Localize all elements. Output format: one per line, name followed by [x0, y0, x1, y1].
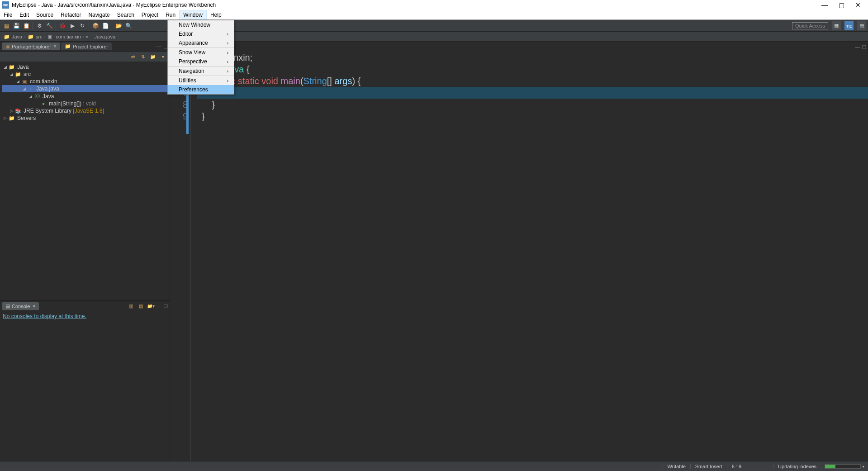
search-icon[interactable]: 🔍 [124, 21, 133, 30]
editor-tabs: — ▢ [170, 42, 868, 52]
tree-node-com-tianxin[interactable]: ◢▣com.tianxin [2, 78, 168, 85]
submenu-arrow-icon: › [227, 32, 228, 37]
package-explorer-label: Package Explorer [12, 44, 51, 49]
tree-item-icon: ▣ [21, 79, 28, 85]
tree-arrow-icon[interactable]: ▷ [8, 109, 14, 113]
tree-node-java[interactable]: ◢ⒸJava [2, 92, 168, 100]
run-icon[interactable]: ▶ [68, 21, 77, 30]
view-menu-icon[interactable]: 📁 [149, 53, 157, 60]
maximize-console-icon[interactable]: ▢ [163, 303, 168, 310]
dropdown-icon[interactable]: ▾ [159, 53, 167, 60]
window-title: MyEclipse - Java - Java/src/com/tianxin/… [12, 2, 216, 8]
tree-arrow-icon[interactable]: ◢ [27, 94, 33, 99]
minimize-console-icon[interactable]: — [157, 303, 161, 310]
folder-icon: 📁 [65, 43, 71, 49]
breadcrumb-java-java[interactable]: ▪Java.java [86, 34, 115, 39]
menu-item-new-window[interactable]: New Window [168, 20, 234, 29]
console-display-icon[interactable]: ▤ [137, 303, 145, 310]
minimize-view-icon[interactable]: — [157, 43, 161, 49]
new-class-icon[interactable]: 📄 [101, 21, 110, 30]
menu-item-perspective[interactable]: Perspective› [168, 57, 234, 66]
tree-node-servers[interactable]: ▷📁Servers [2, 114, 168, 122]
code-line[interactable]: class Java { [202, 63, 868, 75]
progress-stop-icon[interactable]: ▪ [863, 464, 864, 469]
quick-access-input[interactable]: Quick Access [792, 22, 828, 29]
console-tab[interactable]: ▤ Console × [2, 302, 39, 310]
new-icon[interactable]: ▦ [2, 21, 11, 30]
collapse-all-icon[interactable]: ⇄ [129, 53, 137, 60]
menu-item-appearance[interactable]: Appearance› [168, 38, 234, 48]
explorer-tabs: ▣ Package Explorer × 📁 Project Explorer … [0, 42, 170, 52]
menu-item-navigation[interactable]: Navigation› [168, 67, 234, 76]
open-perspective-icon[interactable]: ▦ [832, 21, 841, 30]
code-line[interactable] [202, 87, 868, 99]
other-perspective-icon[interactable]: ▤ [857, 21, 866, 30]
minimize-button[interactable]: — [821, 1, 828, 9]
tree-node-src[interactable]: ◢📁src [2, 71, 168, 78]
cursor-position: 6 : 9 [727, 464, 746, 469]
tree-node-java-java[interactable]: ◢▪Java.java [2, 85, 168, 92]
submenu-arrow-icon: › [227, 50, 228, 55]
code-line[interactable] [202, 122, 868, 134]
open-type-icon[interactable]: 📂 [114, 21, 123, 30]
menu-edit[interactable]: Edit [16, 10, 33, 19]
build-icon[interactable]: 🔨 [45, 21, 54, 30]
package-explorer-tab[interactable]: ▣ Package Explorer × [2, 43, 60, 50]
code-area[interactable]: com.tianxin;class Java { public static v… [197, 52, 868, 461]
submenu-arrow-icon: › [227, 78, 228, 83]
breadcrumb-java[interactable]: 📁Java [4, 34, 22, 39]
tree-node-java[interactable]: ◢📁Java [2, 63, 168, 71]
tree-arrow-icon[interactable]: ◢ [2, 65, 8, 69]
tree-arrow-icon[interactable]: ◢ [21, 86, 27, 91]
minimize-editor-icon[interactable]: — [855, 44, 860, 50]
tree-node-main-string-[interactable]: ●main(String[]) : void [2, 100, 168, 107]
new-package-icon[interactable]: 📦 [91, 21, 100, 30]
run-last-icon[interactable]: ↻ [78, 21, 87, 30]
maximize-editor-icon[interactable]: ▢ [862, 44, 866, 50]
tree-arrow-icon[interactable]: ▷ [2, 116, 8, 120]
close-tab-icon[interactable]: × [54, 44, 57, 49]
menu-run[interactable]: Run [162, 10, 179, 19]
task-status: Updating indexes [773, 464, 821, 469]
code-line[interactable]: com.tianxin; [202, 52, 868, 63]
menu-item-preferences[interactable]: Preferences [168, 85, 234, 94]
save-icon[interactable]: 💾 [12, 21, 21, 30]
menu-file[interactable]: File [0, 10, 16, 19]
tree-item-icon: 📁 [8, 64, 15, 70]
tree-arrow-icon[interactable]: ◢ [14, 79, 21, 84]
close-button[interactable]: ✕ [855, 1, 861, 9]
menu-item-editor[interactable]: Editor› [168, 29, 234, 38]
tool-icon[interactable]: ⚙ [35, 21, 44, 30]
menu-source[interactable]: Source [33, 10, 57, 19]
debug-icon[interactable]: 🐞 [58, 21, 67, 30]
code-line[interactable]: } [202, 99, 868, 110]
menu-navigate[interactable]: Navigate [85, 10, 113, 19]
menu-refactor[interactable]: Refactor [57, 10, 85, 19]
code-line[interactable]: } [202, 110, 868, 122]
tree-item-icon: Ⓒ [33, 93, 41, 100]
close-console-icon[interactable]: × [33, 304, 35, 309]
link-editor-icon[interactable]: ⇅ [139, 53, 147, 60]
menu-item-utilities[interactable]: Utilities› [168, 76, 234, 85]
tree-item-icon: 📁 [14, 71, 22, 77]
save-all-icon[interactable]: 📋 [22, 21, 31, 30]
code-line[interactable]: public static void main(String[] args) { [202, 75, 868, 87]
menu-item-show-view[interactable]: Show View› [168, 48, 234, 57]
project-explorer-tab[interactable]: 📁 Project Explorer [61, 43, 112, 50]
progress-bar [825, 464, 861, 469]
console-body: No consoles to display at this time. [0, 311, 170, 461]
java-perspective-icon[interactable]: me [844, 21, 854, 30]
breadcrumb-src[interactable]: 📁src [28, 34, 43, 39]
menu-window[interactable]: Window [179, 10, 207, 19]
menu-search[interactable]: Search [114, 10, 138, 19]
tree-arrow-icon[interactable]: ◢ [8, 72, 14, 76]
code-editor[interactable]: 156789 com.tianxin;class Java { public s… [170, 52, 868, 461]
console-pin-icon[interactable]: ▥ [127, 303, 135, 310]
maximize-button[interactable]: ▢ [839, 1, 844, 9]
breadcrumb-com-tianxin[interactable]: ▣com.tianxin [47, 34, 81, 39]
menu-project[interactable]: Project [138, 10, 162, 19]
tree-node-jre-system-library[interactable]: ▷📚JRE System Library [JavaSE-1.8] [2, 107, 168, 114]
console-message: No consoles to display at this time. [3, 313, 86, 319]
menu-help[interactable]: Help [207, 10, 225, 19]
console-open-icon[interactable]: 📁▾ [147, 303, 155, 310]
